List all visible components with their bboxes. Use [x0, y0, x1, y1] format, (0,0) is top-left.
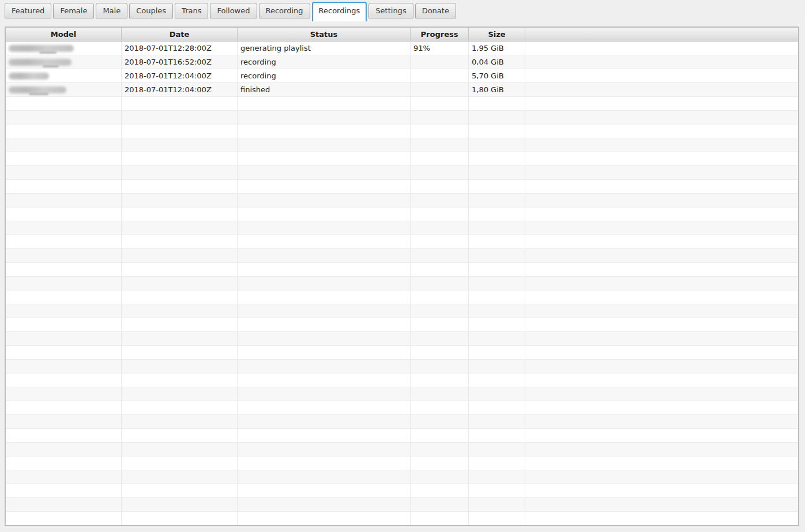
- empty-cell: [525, 456, 798, 470]
- empty-cell: [525, 263, 798, 276]
- tab-female[interactable]: Female: [53, 3, 94, 18]
- empty-cell: [6, 443, 122, 456]
- empty-cell: [122, 443, 238, 456]
- empty-cell: [122, 429, 238, 442]
- model-cell: [6, 55, 122, 69]
- tab-followed[interactable]: Followed: [210, 3, 257, 18]
- empty-table-row[interactable]: [6, 332, 798, 346]
- empty-table-row[interactable]: [6, 484, 798, 498]
- empty-table-row[interactable]: [6, 207, 798, 221]
- redacted-model-smudge: [43, 65, 59, 67]
- empty-table-row[interactable]: [6, 180, 798, 194]
- empty-cell: [122, 152, 238, 165]
- empty-table-row[interactable]: [6, 470, 798, 484]
- column-header-date[interactable]: Date: [122, 28, 238, 41]
- empty-cell: [469, 152, 525, 165]
- empty-table-row[interactable]: [6, 498, 798, 512]
- empty-cell: [411, 207, 469, 221]
- empty-cell: [122, 138, 238, 152]
- tab-couples[interactable]: Couples: [129, 3, 173, 18]
- empty-cell: [122, 415, 238, 428]
- table-row[interactable]: 2018-07-01T12:28:00Zgenerating playlist9…: [6, 41, 798, 55]
- empty-table-row[interactable]: [6, 512, 798, 526]
- empty-cell: [469, 484, 525, 497]
- empty-cell: [411, 498, 469, 511]
- date-cell: 2018-07-01T12:28:00Z: [122, 41, 238, 55]
- empty-cell: [238, 415, 411, 428]
- empty-cell: [6, 484, 122, 497]
- empty-cell: [525, 111, 798, 124]
- empty-table-row[interactable]: [6, 152, 798, 166]
- empty-table-row[interactable]: [6, 221, 798, 235]
- empty-cell: [122, 484, 238, 497]
- tab-recording[interactable]: Recording: [259, 3, 310, 18]
- empty-table-row[interactable]: [6, 401, 798, 415]
- empty-table-row[interactable]: [6, 290, 798, 304]
- tab-recordings[interactable]: Recordings: [312, 2, 367, 21]
- empty-table-row[interactable]: [6, 373, 798, 387]
- empty-table-row[interactable]: [6, 429, 798, 443]
- empty-cell: [525, 194, 798, 207]
- empty-table-row[interactable]: [6, 346, 798, 360]
- empty-table-row[interactable]: [6, 194, 798, 207]
- table-row[interactable]: 2018-07-01T12:04:00Zfinished1,80 GiB: [6, 83, 798, 97]
- empty-cell: [6, 124, 122, 138]
- tab-featured[interactable]: Featured: [5, 3, 51, 18]
- empty-cell: [525, 443, 798, 456]
- empty-table-row[interactable]: [6, 235, 798, 249]
- empty-table-row[interactable]: [6, 456, 798, 470]
- empty-table-row[interactable]: [6, 360, 798, 373]
- empty-table-row[interactable]: [6, 318, 798, 332]
- column-header-empty[interactable]: [525, 28, 798, 41]
- empty-cell: [238, 484, 411, 497]
- column-header-progress[interactable]: Progress: [411, 28, 469, 41]
- tab-trans[interactable]: Trans: [175, 3, 208, 18]
- empty-cell: [469, 290, 525, 304]
- redacted-model-name: [9, 59, 72, 66]
- empty-table-row[interactable]: [6, 415, 798, 429]
- empty-table-row[interactable]: [6, 111, 798, 124]
- size-cell: 5,70 GiB: [469, 69, 525, 82]
- empty-cell: [6, 332, 122, 345]
- empty-cell: [238, 304, 411, 318]
- tab-donate[interactable]: Donate: [415, 3, 456, 18]
- tab-male[interactable]: Male: [96, 3, 127, 18]
- tab-settings[interactable]: Settings: [368, 3, 413, 18]
- empty-cell: [525, 484, 798, 497]
- model-cell: [6, 41, 122, 55]
- empty-cell: [525, 290, 798, 304]
- empty-cell: [238, 360, 411, 373]
- progress-cell: [411, 83, 469, 96]
- empty-cell: [411, 263, 469, 276]
- empty-cell: [525, 55, 798, 69]
- empty-table-row[interactable]: [6, 277, 798, 290]
- empty-cell: [469, 207, 525, 221]
- empty-cell: [525, 470, 798, 484]
- table-row[interactable]: 2018-07-01T16:52:00Zrecording0,04 GiB: [6, 55, 798, 69]
- redacted-model-name: [9, 73, 49, 80]
- empty-cell: [122, 332, 238, 345]
- empty-cell: [411, 221, 469, 235]
- empty-cell: [238, 290, 411, 304]
- empty-cell: [238, 124, 411, 138]
- empty-table-row[interactable]: [6, 443, 798, 456]
- empty-cell: [525, 373, 798, 387]
- empty-cell: [238, 111, 411, 124]
- empty-table-row[interactable]: [6, 249, 798, 263]
- empty-table-row[interactable]: [6, 138, 798, 152]
- empty-table-row[interactable]: [6, 124, 798, 138]
- empty-table-row[interactable]: [6, 263, 798, 277]
- column-header-status[interactable]: Status: [238, 28, 411, 41]
- empty-table-row[interactable]: [6, 97, 798, 111]
- empty-table-row[interactable]: [6, 304, 798, 318]
- size-cell: 1,95 GiB: [469, 41, 525, 55]
- empty-cell: [238, 318, 411, 331]
- empty-table-row[interactable]: [6, 387, 798, 401]
- table-row[interactable]: 2018-07-01T12:04:00Zrecording5,70 GiB: [6, 69, 798, 83]
- column-header-model[interactable]: Model: [6, 28, 122, 41]
- empty-cell: [469, 304, 525, 318]
- column-header-size[interactable]: Size: [469, 28, 525, 41]
- empty-table-row[interactable]: [6, 166, 798, 180]
- size-cell: 1,80 GiB: [469, 83, 525, 96]
- empty-cell: [525, 332, 798, 345]
